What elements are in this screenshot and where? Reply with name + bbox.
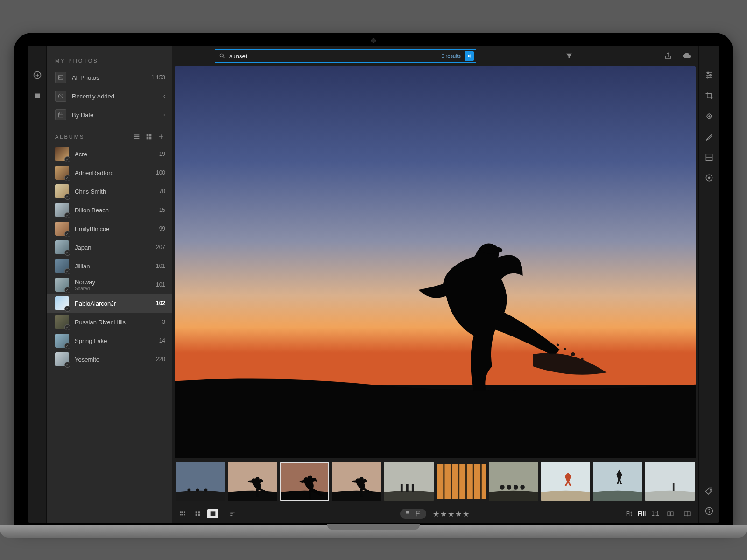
svg-rect-60 xyxy=(384,462,434,493)
info-icon[interactable] xyxy=(704,506,714,516)
album-chris-smith[interactable]: ✓Chris Smith70 xyxy=(47,182,172,201)
album-count: 101 xyxy=(152,281,165,288)
album-name: AdrienRadford xyxy=(75,169,147,176)
search-results-count: 9 results xyxy=(441,53,461,59)
album-thumbnail: ✓ xyxy=(55,203,69,217)
sync-badge-icon: ✓ xyxy=(64,212,70,218)
filmstrip-thumbnail[interactable] xyxy=(437,462,486,501)
zoom-fit-button[interactable]: Fit xyxy=(626,511,632,517)
section-albums: ALBUMS xyxy=(55,134,129,140)
sidebar-nav-recently-added[interactable]: Recently Added‹ xyxy=(47,87,172,105)
svg-rect-102 xyxy=(196,511,197,513)
svg-rect-11 xyxy=(134,134,140,135)
svg-rect-99 xyxy=(180,514,182,516)
album-thumbnail: ✓ xyxy=(55,240,69,254)
svg-rect-106 xyxy=(211,511,216,516)
filter-icon[interactable] xyxy=(563,50,575,62)
albums-add-icon[interactable] xyxy=(157,133,165,141)
flag-toggle[interactable] xyxy=(400,509,426,519)
sidebar-nav-all-photos[interactable]: All Photos1,153 xyxy=(47,68,172,87)
svg-rect-15 xyxy=(149,134,152,137)
album-emilyblincoe[interactable]: ✓EmilyBlincoe99 xyxy=(47,219,172,238)
view-grid-large-icon[interactable] xyxy=(192,509,204,518)
album-thumbnail: ✓ xyxy=(55,259,69,273)
zoom-1to1-button[interactable]: 1:1 xyxy=(651,511,659,517)
album-adrienradford[interactable]: ✓AdrienRadford100 xyxy=(47,163,172,182)
sort-icon[interactable] xyxy=(227,509,238,518)
right-rail xyxy=(698,46,719,523)
keywords-tag-icon[interactable] xyxy=(704,486,714,497)
album-name: NorwayShared xyxy=(75,279,147,291)
healing-brush-icon[interactable] xyxy=(704,111,714,121)
album-japan[interactable]: ✓Japan207 xyxy=(47,238,172,257)
left-rail xyxy=(28,46,47,523)
svg-rect-100 xyxy=(182,514,183,516)
filmstrip-thumbnail[interactable] xyxy=(280,462,330,501)
svg-point-29 xyxy=(571,352,575,356)
image-icon xyxy=(55,72,66,83)
svg-rect-101 xyxy=(184,514,185,516)
album-subtitle: Shared xyxy=(75,286,147,291)
chevron-left-icon: ‹ xyxy=(163,93,165,99)
edit-sliders-icon[interactable] xyxy=(704,70,714,80)
albums-view-grid-icon[interactable] xyxy=(145,133,153,141)
albums-view-list-icon[interactable] xyxy=(133,133,141,141)
sidebar-nav-label: All Photos xyxy=(72,74,99,81)
filmstrip-thumbnail[interactable] xyxy=(593,462,642,501)
search-clear-button[interactable] xyxy=(465,51,474,61)
linear-gradient-icon[interactable] xyxy=(704,152,714,162)
rating-stars[interactable]: ★★★★★ xyxy=(433,510,470,518)
sync-badge-icon: ✓ xyxy=(64,287,70,293)
filmstrip-thumbnail[interactable] xyxy=(645,462,695,501)
svg-rect-13 xyxy=(134,138,140,139)
svg-rect-104 xyxy=(196,514,197,516)
album-norway[interactable]: ✓NorwayShared101 xyxy=(47,275,172,294)
filmstrip-thumbnail[interactable] xyxy=(541,462,591,501)
laptop-trackpad-notch xyxy=(327,524,420,530)
crop-icon[interactable] xyxy=(704,91,714,101)
view-grid-small-icon[interactable] xyxy=(177,509,189,518)
share-icon[interactable] xyxy=(662,50,674,62)
album-pabloalarconjr[interactable]: ✓PabloAlarconJr102 xyxy=(47,294,172,313)
album-acre[interactable]: ✓Acre19 xyxy=(47,145,172,163)
album-count: 102 xyxy=(152,300,165,307)
svg-rect-94 xyxy=(645,462,695,493)
sync-badge-icon: ✓ xyxy=(64,156,70,162)
radial-gradient-icon[interactable] xyxy=(704,173,714,183)
svg-point-28 xyxy=(564,348,566,350)
svg-rect-61 xyxy=(401,484,403,492)
filmstrip-thumbnail[interactable] xyxy=(228,462,277,501)
svg-point-77 xyxy=(507,485,511,490)
library-icon[interactable] xyxy=(32,91,42,101)
svg-rect-14 xyxy=(147,134,149,137)
laptop-base xyxy=(0,525,747,538)
svg-point-39 xyxy=(196,488,199,491)
cloud-sync-icon[interactable] xyxy=(681,50,693,62)
brush-icon[interactable] xyxy=(704,132,714,142)
compare-icon[interactable] xyxy=(665,509,676,518)
search-input[interactable] xyxy=(229,53,437,60)
sidebar-nav-by-date[interactable]: By Date‹ xyxy=(47,105,172,124)
sync-badge-icon: ✓ xyxy=(64,194,70,200)
filmstrip-thumbnail[interactable] xyxy=(384,462,434,501)
album-spring-lake[interactable]: ✓Spring Lake14 xyxy=(47,331,172,350)
photo-viewer[interactable] xyxy=(175,66,696,458)
sidebar-nav-label: Recently Added xyxy=(72,93,114,100)
search-field[interactable]: 9 results xyxy=(215,49,476,63)
album-name: Japan xyxy=(75,244,147,251)
album-name: Russian River Hills xyxy=(75,319,147,326)
filmstrip-thumbnail[interactable] xyxy=(332,462,381,501)
album-yosemite[interactable]: ✓Yosemite220 xyxy=(47,350,172,369)
zoom-fill-button[interactable]: Fill xyxy=(638,511,646,517)
filmstrip-thumbnail[interactable] xyxy=(176,462,225,501)
album-russian-river-hills[interactable]: ✓Russian River Hills3 xyxy=(47,313,172,331)
view-single-icon[interactable] xyxy=(207,509,218,518)
album-count: 220 xyxy=(152,356,165,363)
add-photos-icon[interactable] xyxy=(32,70,42,80)
album-thumbnail: ✓ xyxy=(55,147,69,161)
album-name: Jillian xyxy=(75,263,147,270)
album-dillon-beach[interactable]: ✓Dillon Beach15 xyxy=(47,201,172,219)
album-jillian[interactable]: ✓Jillian101 xyxy=(47,257,172,275)
filmstrip-thumbnail[interactable] xyxy=(489,462,538,501)
before-after-icon[interactable] xyxy=(682,509,693,518)
